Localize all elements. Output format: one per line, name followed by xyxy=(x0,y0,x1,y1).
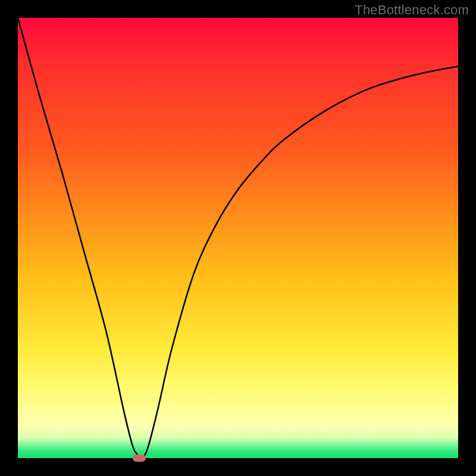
plot-area xyxy=(18,18,458,458)
bottleneck-curve xyxy=(18,18,458,458)
watermark-text: TheBottleneck.com xyxy=(355,2,469,18)
minimum-marker xyxy=(133,455,146,462)
chart-frame: TheBottleneck.com xyxy=(0,0,476,476)
